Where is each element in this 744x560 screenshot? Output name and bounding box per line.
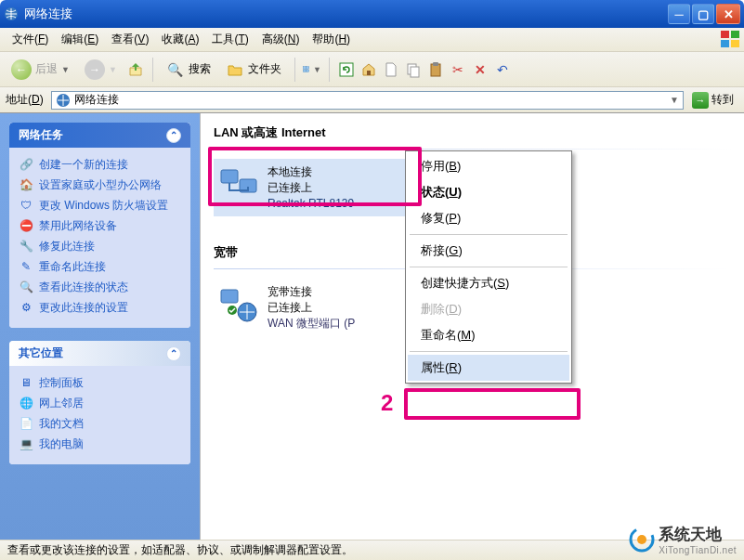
- svg-point-23: [637, 535, 646, 544]
- sidebar-link-firewall[interactable]: 🛡更改 Windows 防火墙设置: [19, 196, 181, 216]
- address-input[interactable]: 网络连接 ▼: [51, 91, 684, 110]
- context-menu-disable[interactable]: 停用(B): [408, 153, 569, 179]
- network-places-icon: 🌐: [19, 397, 33, 411]
- context-menu-delete: 删除(D): [408, 296, 569, 322]
- address-bar: 地址(D) 网络连接 ▼ → 转到: [0, 87, 744, 113]
- toolbar-separator: [152, 58, 153, 82]
- copy-icon[interactable]: [404, 60, 423, 79]
- views-button[interactable]: ▼: [303, 60, 321, 79]
- sidebar-link-label: 查看此连接的状态: [39, 280, 128, 295]
- paste-icon[interactable]: [426, 60, 445, 79]
- refresh-icon[interactable]: [337, 60, 356, 79]
- search-label: 搜索: [189, 61, 211, 77]
- context-menu-rename[interactable]: 重命名(M): [408, 322, 569, 348]
- my-computer-icon: 💻: [19, 437, 33, 452]
- collapse-icon: ⌃: [166, 128, 181, 143]
- sidebar-link-label: 更改 Windows 防火墙设置: [39, 199, 168, 214]
- sidebar-link-status[interactable]: 🔍查看此连接的状态: [19, 278, 181, 298]
- folders-icon: [226, 60, 244, 79]
- sidebar-link-label: 控制面板: [39, 376, 84, 391]
- context-menu-properties[interactable]: 属性(R): [408, 355, 569, 381]
- minimize-button[interactable]: ─: [668, 4, 690, 24]
- svg-rect-9: [307, 70, 309, 72]
- context-menu-repair[interactable]: 修复(P): [408, 205, 569, 231]
- menu-file[interactable]: 文件(F): [6, 29, 55, 50]
- context-menu-shortcut[interactable]: 创建快捷方式(S): [408, 270, 569, 296]
- svg-rect-8: [303, 70, 306, 72]
- close-button[interactable]: ✕: [716, 4, 740, 24]
- content-area: LAN 或高速 Internet 本地连接 已连接上 Realtek RTL81…: [200, 113, 744, 540]
- sidebar-link-repair[interactable]: 🔧修复此连接: [19, 237, 181, 257]
- settings-icon: ⚙: [19, 301, 33, 316]
- menu-edit[interactable]: 编辑(E): [55, 29, 105, 50]
- connection-text: 本地连接 已连接上 Realtek RTL8139: [268, 164, 354, 211]
- folders-button[interactable]: 文件夹: [220, 58, 287, 82]
- connection-device: Realtek RTL8139: [268, 196, 354, 212]
- delete-icon[interactable]: ✕: [471, 60, 489, 79]
- go-button[interactable]: → 转到: [687, 90, 738, 111]
- home-icon[interactable]: [359, 60, 378, 79]
- svg-rect-5: [135, 66, 137, 71]
- main-area: 网络任务 ⌃ 🔗创建一个新的连接 🏠设置家庭或小型办公网络 🛡更改 Window…: [0, 113, 744, 540]
- rename-icon: ✎: [19, 260, 33, 275]
- forward-dropdown-icon: ▼: [109, 65, 117, 74]
- sidebar-link-new-connection[interactable]: 🔗创建一个新的连接: [19, 155, 181, 176]
- disable-icon: ⛔: [19, 219, 33, 234]
- search-button[interactable]: 🔍 搜索: [161, 58, 216, 82]
- maximize-button[interactable]: ▢: [692, 4, 714, 24]
- undo-icon[interactable]: ↶: [493, 60, 512, 79]
- context-menu: 停用(B) 状态(U) 修复(P) 桥接(G) 创建快捷方式(S) 删除(D) …: [405, 150, 572, 384]
- new-connection-icon: 🔗: [19, 158, 33, 173]
- sidebar-other-title: 其它位置: [19, 345, 63, 361]
- address-value: 网络连接: [74, 92, 119, 108]
- menu-tools[interactable]: 工具(T): [205, 29, 255, 50]
- sidebar-tasks-title: 网络任务: [19, 127, 63, 143]
- sidebar-panel-other: 其它位置 ⌃ 🖥控制面板 🌐网上邻居 📄我的文档 💻我的电脑: [9, 341, 190, 464]
- sidebar-link-label: 重命名此连接: [39, 260, 106, 275]
- sidebar-other-header[interactable]: 其它位置 ⌃: [9, 341, 190, 366]
- sidebar-link-network-places[interactable]: 🌐网上邻居: [19, 394, 181, 414]
- connection-status: 已连接上: [268, 300, 355, 316]
- section-lan-title: LAN 或高速 Internet: [214, 124, 731, 141]
- sidebar-tasks-header[interactable]: 网络任务 ⌃: [9, 123, 190, 148]
- home-network-icon: 🏠: [19, 178, 33, 193]
- menu-help[interactable]: 帮助(H): [306, 29, 357, 50]
- svg-rect-13: [411, 67, 419, 77]
- cut-icon[interactable]: ✂: [449, 60, 467, 79]
- address-dropdown-icon[interactable]: ▼: [670, 95, 679, 105]
- sidebar-link-rename[interactable]: ✎重命名此连接: [19, 257, 181, 278]
- menu-favorites[interactable]: 收藏(A): [155, 29, 205, 50]
- go-arrow-icon: →: [692, 92, 709, 109]
- go-label: 转到: [711, 92, 734, 108]
- sidebar-link-home-network[interactable]: 🏠设置家庭或小型办公网络: [19, 176, 181, 196]
- sidebar-link-label: 我的电脑: [39, 437, 84, 452]
- context-menu-bridge[interactable]: 桥接(G): [408, 238, 569, 264]
- menu-view[interactable]: 查看(V): [105, 29, 155, 50]
- sidebar-panel-tasks: 网络任务 ⌃ 🔗创建一个新的连接 🏠设置家庭或小型办公网络 🛡更改 Window…: [9, 123, 190, 328]
- watermark-logo-icon: [629, 527, 655, 553]
- sidebar-link-my-computer[interactable]: 💻我的电脑: [19, 435, 181, 455]
- context-menu-status[interactable]: 状态(U): [408, 179, 569, 205]
- svg-rect-15: [433, 62, 438, 66]
- toolbar-separator-3: [329, 58, 330, 82]
- forward-button: → ▼: [79, 57, 123, 83]
- collapse-icon: ⌃: [166, 346, 181, 361]
- doc-icon[interactable]: [382, 60, 400, 79]
- sidebar-link-my-documents[interactable]: 📄我的文档: [19, 414, 181, 435]
- window-buttons: ─ ▢ ✕: [668, 4, 740, 24]
- sidebar-link-disable[interactable]: ⛔禁用此网络设备: [19, 216, 181, 237]
- svg-rect-6: [303, 66, 306, 68]
- sidebar-link-label: 创建一个新的连接: [39, 158, 128, 173]
- forward-icon: →: [85, 59, 105, 80]
- connection-local[interactable]: 本地连接 已连接上 Realtek RTL8139: [214, 159, 427, 216]
- sidebar-link-label: 设置家庭或小型办公网络: [39, 178, 162, 193]
- connection-broadband[interactable]: 宽带连接 已连接上 WAN 微型端口 (P: [214, 279, 427, 336]
- status-text: 查看或更改该连接的设置，如适配器、协议、或调制解调器配置设置。: [7, 542, 353, 558]
- up-button[interactable]: [126, 60, 145, 79]
- sidebar-link-label: 修复此连接: [39, 240, 95, 254]
- menu-advanced[interactable]: 高级(N): [255, 29, 307, 50]
- back-button[interactable]: ← 后退 ▼: [6, 57, 75, 83]
- status-icon: 🔍: [19, 280, 33, 295]
- sidebar-link-control-panel[interactable]: 🖥控制面板: [19, 373, 181, 394]
- sidebar-link-settings[interactable]: ⚙更改此连接的设置: [19, 298, 181, 319]
